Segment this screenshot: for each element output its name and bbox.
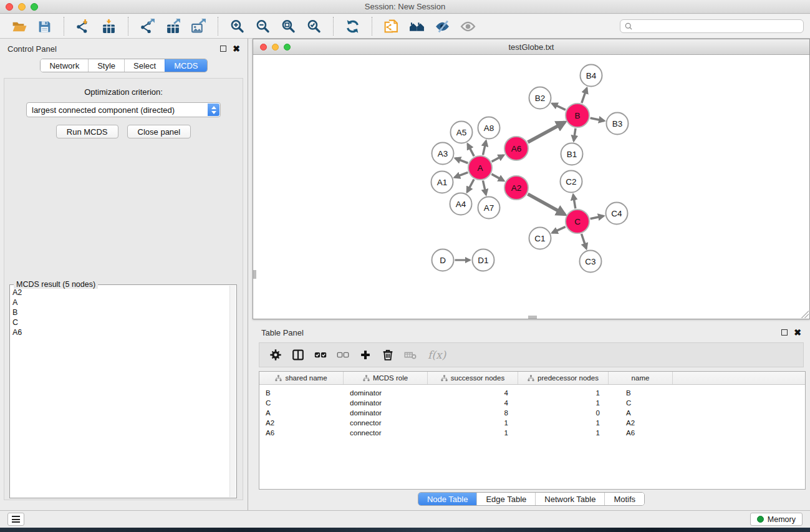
- export-table-button[interactable]: [165, 18, 181, 35]
- graph-node-A8[interactable]: A8: [478, 117, 500, 139]
- edge-A-A7[interactable]: [483, 181, 486, 195]
- column-header-mcds-role[interactable]: MCDS role: [344, 372, 428, 384]
- zoom-fit-button[interactable]: [280, 18, 297, 35]
- edge-B-B3[interactable]: [591, 118, 604, 121]
- zoom-in-button[interactable]: [229, 18, 246, 35]
- tab-select[interactable]: Select: [124, 59, 165, 72]
- graph-node-B4[interactable]: B4: [581, 65, 602, 87]
- close-panel-button[interactable]: Close panel: [127, 125, 191, 138]
- graph-node-C4[interactable]: C4: [606, 203, 628, 225]
- column-header-shared-name[interactable]: shared name: [259, 372, 344, 384]
- graph-node-A5[interactable]: A5: [451, 122, 473, 143]
- tab-style[interactable]: Style: [88, 59, 124, 72]
- graph-node-C[interactable]: C: [566, 210, 589, 233]
- open-session-button[interactable]: [11, 18, 27, 35]
- add-entry-button[interactable]: [356, 346, 375, 364]
- close-panel-icon[interactable]: ✖: [233, 46, 240, 52]
- result-scrollbar[interactable]: [229, 286, 236, 497]
- column-header-predecessor-nodes[interactable]: predecessor nodes: [518, 372, 609, 384]
- delete-entry-button[interactable]: [378, 346, 397, 364]
- edge-C-C2[interactable]: [573, 195, 576, 208]
- table-tab-edge-table[interactable]: Edge Table: [476, 493, 535, 505]
- table-tab-node-table[interactable]: Node Table: [418, 493, 477, 505]
- edge-A-A1[interactable]: [455, 172, 468, 177]
- column-header-successor-nodes[interactable]: successor nodes: [428, 372, 518, 384]
- edge-C-C4[interactable]: [591, 216, 604, 219]
- table-row[interactable]: A2connector11A2: [259, 418, 805, 428]
- edge-A-A5[interactable]: [468, 144, 474, 156]
- column-label: name: [632, 374, 650, 382]
- run-mcds-button[interactable]: Run MCDS: [56, 125, 118, 138]
- optimization-criterion-dropdown[interactable]: largest connected component (directed): [26, 102, 221, 117]
- import-network-button[interactable]: [75, 18, 92, 35]
- graph-node-C1[interactable]: C1: [529, 228, 551, 249]
- graph-node-B[interactable]: B: [566, 104, 589, 127]
- zoom-out-button[interactable]: [254, 18, 271, 35]
- tab-network[interactable]: Network: [41, 59, 88, 72]
- table-float-panel-icon[interactable]: [781, 329, 788, 336]
- graph-node-A2[interactable]: A2: [504, 176, 528, 200]
- table-tab-motifs[interactable]: Motifs: [604, 493, 644, 505]
- duplicate-network-button[interactable]: [383, 18, 400, 35]
- edge-B-B1[interactable]: [574, 128, 576, 141]
- graph-node-D[interactable]: D: [432, 249, 454, 271]
- show-all-button[interactable]: [460, 18, 476, 35]
- table-tab-network-table[interactable]: Network Table: [535, 493, 604, 505]
- edge-C-C3[interactable]: [582, 234, 587, 249]
- show-panels-button[interactable]: [7, 513, 24, 526]
- edge-B-B2[interactable]: [552, 104, 566, 110]
- function-builder-button[interactable]: f(x): [428, 349, 446, 361]
- first-neighbors-button[interactable]: [408, 18, 425, 35]
- network-canvas[interactable]: B4B2BB3A8A5A6A3B1AA1C2A2A4A7C4CC1C3DD1: [253, 55, 809, 319]
- delete-table-button[interactable]: [401, 346, 420, 364]
- graph-node-B1[interactable]: B1: [561, 143, 583, 165]
- graph-node-A4[interactable]: A4: [450, 193, 472, 215]
- refresh-button[interactable]: [344, 18, 361, 35]
- graph-node-A6[interactable]: A6: [504, 137, 528, 160]
- edge-C-C1[interactable]: [552, 227, 566, 233]
- settings-gear-button[interactable]: [266, 346, 285, 364]
- network-window-titlebar[interactable]: testGlobe.txt: [253, 39, 809, 55]
- export-network-button[interactable]: [139, 18, 156, 35]
- edge-A2-C[interactable]: [528, 194, 565, 215]
- horizontal-scroll-thumb[interactable]: [528, 316, 537, 319]
- svg-text:B4: B4: [586, 71, 597, 80]
- table-row[interactable]: Bdominator41B: [259, 388, 805, 398]
- graph-node-D1[interactable]: D1: [473, 249, 494, 271]
- table-row[interactable]: A6connector11A6: [259, 428, 805, 438]
- split-view-button[interactable]: [289, 346, 307, 364]
- edge-A-A2[interactable]: [491, 174, 504, 181]
- hide-selected-button[interactable]: [434, 18, 451, 35]
- memory-button[interactable]: Memory: [750, 513, 803, 526]
- float-panel-icon[interactable]: [220, 46, 226, 52]
- select-all-button[interactable]: [311, 346, 330, 364]
- tab-mcds[interactable]: MCDS: [165, 59, 206, 72]
- resize-grip-icon[interactable]: [801, 310, 809, 318]
- graph-node-B2[interactable]: B2: [529, 87, 551, 109]
- table-close-panel-icon[interactable]: ✖: [794, 329, 801, 336]
- graph-node-A1[interactable]: A1: [432, 172, 453, 193]
- zoom-selected-button[interactable]: [306, 18, 322, 35]
- column-header-name[interactable]: name: [609, 372, 673, 384]
- edge-A-A6[interactable]: [492, 155, 504, 162]
- graph-node-A7[interactable]: A7: [478, 197, 500, 219]
- edge-A6-B[interactable]: [528, 122, 565, 142]
- table-row[interactable]: Adominator80A: [259, 408, 805, 418]
- graph-node-A3[interactable]: A3: [432, 143, 454, 165]
- edge-A-A4[interactable]: [467, 180, 474, 193]
- graph-node-C2[interactable]: C2: [561, 171, 582, 193]
- export-image-button[interactable]: [190, 18, 207, 35]
- search-input[interactable]: [620, 19, 804, 33]
- mcds-result-list[interactable]: A2ABCA6: [12, 288, 229, 495]
- graph-node-C3[interactable]: C3: [580, 251, 602, 273]
- import-table-button[interactable]: [100, 18, 117, 35]
- table-row[interactable]: Cdominator41C: [259, 398, 805, 408]
- graph-node-B3[interactable]: B3: [607, 113, 629, 135]
- vertical-scroll-thumb[interactable]: [253, 270, 256, 279]
- edge-B-B4[interactable]: [582, 88, 587, 103]
- edge-A-A8[interactable]: [483, 141, 486, 155]
- edge-A-A3[interactable]: [455, 158, 468, 163]
- save-session-button[interactable]: [36, 18, 53, 35]
- deselect-all-button[interactable]: [334, 346, 352, 364]
- graph-node-A[interactable]: A: [468, 156, 492, 180]
